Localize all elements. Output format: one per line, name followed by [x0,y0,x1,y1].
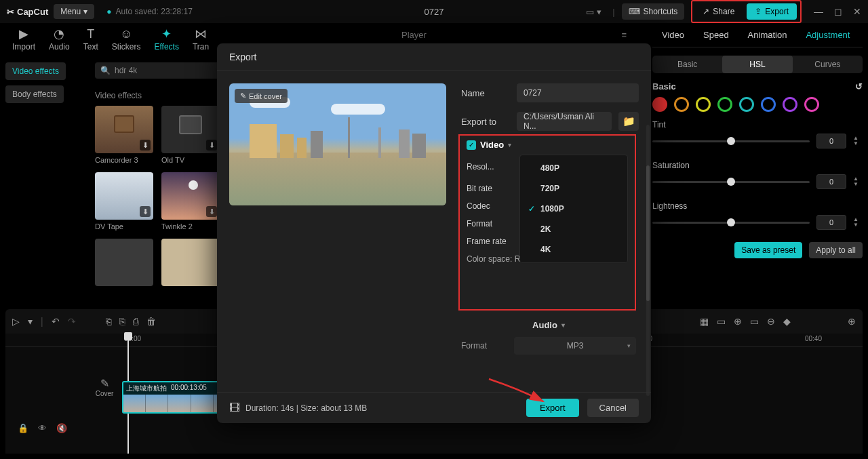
reset-icon[interactable]: ↺ [855,81,863,92]
swatch-red[interactable] [652,97,667,112]
effect-item[interactable]: ⬇Twinkle 2 [161,172,220,231]
effect-item[interactable]: ⬇DV Tape [95,172,153,231]
menu-icon[interactable]: ≡ [621,30,627,40]
download-icon[interactable]: ⬇ [206,206,217,217]
apply-all-button[interactable]: Apply to all [809,242,863,258]
name-input[interactable] [517,83,639,102]
value-input[interactable] [816,215,846,230]
sidebar-item-body-effects[interactable]: Body effects [5,85,64,103]
tab-text[interactable]: TText [83,27,98,60]
sidebar-item-video-effects[interactable]: Video effects [5,62,66,80]
slider-thumb[interactable] [727,178,735,186]
value-input[interactable] [816,134,846,148]
stepper[interactable]: ▲▼ [853,217,863,228]
stepper[interactable]: ▲▼ [853,136,863,146]
effect-item[interactable]: ⬇Camcorder 3 [95,106,153,164]
swatch-magenta[interactable] [804,97,819,112]
chevron-down-icon[interactable]: ▾ [561,321,565,329]
section-title: Basic [652,81,676,92]
download-icon[interactable]: ⬇ [206,140,217,151]
minimize-icon[interactable]: — [814,6,823,17]
split-icon[interactable]: ⎗ [106,316,111,327]
mute-icon[interactable]: 🔇 [56,423,67,433]
chevron-down-icon[interactable]: ▾ [28,316,33,327]
save-preset-button[interactable]: Save as preset [734,242,802,258]
swatch-orange[interactable] [674,97,689,112]
zoom-in-icon[interactable]: ⊕ [848,316,856,327]
split-left-icon[interactable]: ⎘ [119,316,125,327]
share-button[interactable]: ↗Share [696,3,741,20]
tab-adjustment[interactable]: Adjustment [796,23,859,47]
scrollbar[interactable] [646,125,650,396]
edit-cover-button[interactable]: ✎Edit cover [235,89,288,103]
close-icon[interactable]: ✕ [853,6,861,17]
check-icon: ● [106,7,111,16]
resolution-option[interactable]: 1080P [520,199,627,219]
swatch-green[interactable] [717,97,732,112]
slider-thumb[interactable] [727,218,735,226]
effect-item[interactable]: ⬇Old TV [161,106,220,164]
effect-item[interactable] [161,239,220,286]
tab-audio[interactable]: ◔Audio [49,27,70,60]
scrollbar-thumb[interactable] [646,165,650,301]
slider-track[interactable] [652,140,810,142]
swatch-cyan[interactable] [739,97,754,112]
chevron-down-icon[interactable]: ▾ [508,141,511,148]
resolution-option[interactable]: 4K [520,239,627,260]
aspect-ratio-button[interactable]: ▭▾ [582,4,606,20]
maximize-icon[interactable]: ◻ [834,6,842,17]
tab-speed[interactable]: Speed [694,23,738,47]
tool-icon[interactable]: ▭ [717,316,726,327]
tab-stickers[interactable]: ☺Stickers [112,27,141,60]
export-label: Export [765,7,789,16]
slider-track[interactable] [652,181,810,183]
export-button-top[interactable]: ⇪Export [747,3,797,20]
subtab-hsl[interactable]: HSL [722,56,792,73]
subtab-basic[interactable]: Basic [652,56,722,73]
download-icon[interactable]: ⬇ [140,140,151,151]
tool-icon[interactable]: ◆ [783,316,791,327]
shortcuts-button[interactable]: ⌨Shortcuts [622,3,685,20]
tab-label: Import [12,42,35,52]
lock-icon[interactable]: 🔒 [18,423,28,433]
tab-video[interactable]: Video [652,23,694,47]
effect-item[interactable] [95,239,153,286]
slider-track[interactable] [652,222,810,224]
effect-label: Twinkle 2 [161,222,220,231]
swatch-yellow[interactable] [696,97,711,112]
cancel-button[interactable]: Cancel [587,399,639,417]
zoom-out-icon[interactable]: ⊖ [767,316,775,327]
download-icon[interactable]: ⬇ [140,206,151,217]
subtab-curves[interactable]: Curves [793,56,863,73]
swatch-blue[interactable] [761,97,776,112]
export-confirm-button[interactable]: Export [526,399,579,417]
browse-folder-button[interactable]: 📁 [618,112,639,131]
slider-thumb[interactable] [727,137,735,145]
search-input[interactable]: 🔍 hdr 4k [95,62,231,79]
eye-icon[interactable]: 👁 [38,423,47,433]
redo-icon[interactable]: ↷ [68,316,76,327]
track-controls: 🔒 👁 🔇 [18,423,67,433]
tab-import[interactable]: ▶Import [12,27,35,60]
tab-effects[interactable]: ✦Effects [154,27,178,60]
pointer-icon[interactable]: ▷ [12,316,20,327]
tab-animation[interactable]: Animation [738,23,797,47]
value-input[interactable] [816,174,846,189]
menu-button[interactable]: Menu ▾ [54,4,94,19]
tool-icon[interactable]: ▦ [700,316,709,327]
resolution-option[interactable]: 2K [520,219,627,239]
undo-icon[interactable]: ↶ [52,316,60,327]
tab-transitions[interactable]: ⋈Tran [193,27,209,60]
split-right-icon[interactable]: ⎙ [133,316,138,327]
audio-format-dropdown[interactable]: MP3▾ [514,337,636,355]
cover-button[interactable]: ✎Cover [91,377,118,397]
stepper[interactable]: ▲▼ [853,176,863,187]
tool-icon[interactable]: ▭ [750,316,759,327]
resolution-option[interactable]: 720P [520,178,627,199]
video-checkbox[interactable]: ✓ [467,140,476,150]
swatch-purple[interactable] [783,97,797,112]
tool-icon[interactable]: ⊕ [734,316,742,327]
delete-icon[interactable]: 🗑 [146,316,156,327]
resolution-option[interactable]: 480P [520,158,627,178]
effect-label: Old TV [161,156,220,164]
